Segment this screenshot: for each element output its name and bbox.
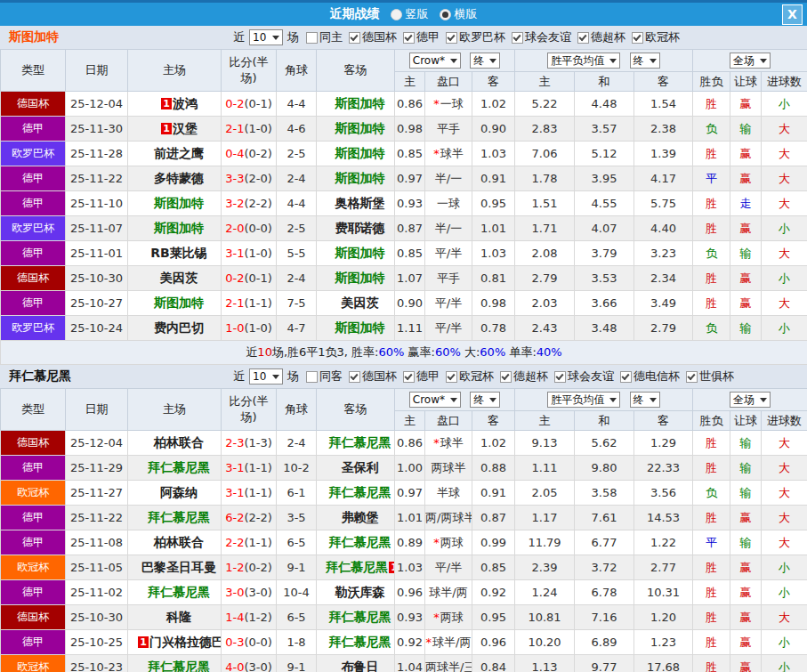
league-checkbox[interactable] <box>500 371 512 383</box>
avg-odds-select[interactable]: 胜平负均值 <box>547 53 620 69</box>
league-checkbox[interactable] <box>632 32 643 44</box>
league-label[interactable]: 德电信杯 <box>633 368 680 385</box>
halftime-score: (1-3) <box>244 436 271 449</box>
star-icon: * <box>426 636 432 649</box>
league-label[interactable]: 德超杯 <box>591 29 625 45</box>
away-odds-cell: 0.81 <box>472 266 515 291</box>
lose-odds-cell: 3.49 <box>634 291 693 316</box>
away-team-cell: 费耶诺德 <box>317 216 395 241</box>
close-icon[interactable]: X <box>782 4 803 25</box>
league-checkbox[interactable] <box>349 32 360 44</box>
handicap-cell: *球半 <box>425 142 472 166</box>
summary-text: 赢率: <box>404 345 435 359</box>
lose-odds-cell: 22.33 <box>634 456 693 481</box>
odds-time-select[interactable]: 终 <box>470 53 500 69</box>
home-team-cell: 阿森纳 <box>128 481 222 506</box>
match-count-select[interactable]: 10 <box>249 29 283 45</box>
league-checkbox[interactable] <box>620 371 632 383</box>
scope-select[interactable]: 全场 <box>730 53 771 69</box>
scope-select[interactable]: 全场 <box>730 392 771 408</box>
lose-odds-cell: 2.79 <box>634 316 693 341</box>
result-wl-cell: 胜 <box>693 506 730 530</box>
league-checkbox[interactable] <box>403 371 415 383</box>
league-checkbox[interactable] <box>512 32 523 44</box>
away-team-cell: 拜仁慕尼黑 <box>317 481 395 506</box>
team-label: 斯图加特 <box>335 171 385 185</box>
handicap-cell: *两球 <box>425 530 472 555</box>
home-odds-cell: 1.11 <box>395 316 425 341</box>
halftime-score: (1-0) <box>244 247 271 260</box>
home-odds-cell: 1.03 <box>395 555 425 580</box>
league-label[interactable]: 世俱杯 <box>699 368 734 385</box>
lose-odds-cell: 1.29 <box>634 431 693 456</box>
team-label: 斯图加特 <box>335 96 385 110</box>
league-label[interactable]: 德超杯 <box>513 368 548 385</box>
filter-bar: 拜仁慕尼黑 近 10 场 同客 德国杯德甲欧冠杯德超杯球会友谊德电信杯世俱杯 <box>0 365 807 388</box>
horizontal-radio-icon[interactable] <box>440 9 451 20</box>
horizontal-radio-label[interactable]: 横版 <box>455 6 478 22</box>
team-label: 弗赖堡 <box>342 510 379 524</box>
lose-odds-cell: 1.22 <box>634 530 693 555</box>
draw-odds-cell: 6.78 <box>575 580 634 605</box>
col-header: 主 <box>515 411 575 431</box>
league-label[interactable]: 欧罗巴杯 <box>459 29 505 45</box>
result-wl-cell: 胜 <box>693 142 730 166</box>
team-label: 柏林联合 <box>154 435 204 449</box>
team-label: 拜仁慕尼黑 <box>148 460 210 474</box>
col-header: 进球数 <box>762 72 807 92</box>
title-bar: 近期战绩 竖版 横版 X <box>0 0 807 26</box>
team-label: 拜仁慕尼黑 <box>148 585 210 599</box>
same-home-label[interactable]: 同主 <box>319 29 343 45</box>
handicap-cell: *球半 <box>425 431 472 456</box>
match-date-cell: 25-11-22 <box>66 506 128 530</box>
same-away-checkbox[interactable] <box>306 371 318 383</box>
league-checkbox[interactable] <box>446 32 457 44</box>
league-type-cell: 德甲 <box>1 580 66 605</box>
league-checkbox[interactable] <box>349 371 360 383</box>
league-label[interactable]: 德甲 <box>416 368 440 385</box>
league-label[interactable]: 欧冠杯 <box>459 368 494 385</box>
match-date-cell: 25-11-28 <box>66 142 128 166</box>
league-checkbox[interactable] <box>686 371 698 383</box>
same-home-checkbox[interactable] <box>306 32 318 44</box>
chevron-down-icon <box>650 398 657 402</box>
team-label: 斯图加特 <box>154 296 204 310</box>
col-header: 客场 <box>317 389 395 431</box>
league-checkbox[interactable] <box>577 32 589 44</box>
away-team-cell: 美因茨 <box>317 291 395 316</box>
league-type-cell: 欧罗巴杯 <box>1 316 66 341</box>
win-odds-cell: 2.05 <box>515 481 575 506</box>
same-away-label[interactable]: 同客 <box>319 368 343 385</box>
avg-time-select[interactable]: 终 <box>630 53 660 69</box>
avg-time-select[interactable]: 终 <box>630 392 660 408</box>
match-row: 德国杯25-10-30科隆1-4(1-2)6-5拜仁慕尼黑0.93*两球0.95… <box>1 605 807 630</box>
league-checkbox[interactable] <box>446 371 457 383</box>
handicap-cell: 平/半 <box>425 241 472 266</box>
handicap-cell: 平/半 <box>425 291 472 316</box>
league-label[interactable]: 德甲 <box>416 29 440 45</box>
fulltime-score: 3-3 <box>225 172 244 185</box>
home-odds-cell: 0.93 <box>395 191 425 216</box>
league-label[interactable]: 球会友谊 <box>568 368 614 385</box>
odds-company-select[interactable]: Crow* <box>409 392 461 408</box>
match-count-select[interactable]: 10 <box>249 368 283 385</box>
score-cell: 3-3(2-0) <box>222 166 277 191</box>
vertical-radio-label[interactable]: 竖版 <box>406 6 429 22</box>
league-checkbox[interactable] <box>403 32 415 44</box>
odds-company-select[interactable]: Crow* <box>409 53 461 69</box>
vertical-radio-icon[interactable] <box>391 9 402 20</box>
league-checkbox[interactable] <box>554 371 566 383</box>
league-label[interactable]: 球会友谊 <box>525 29 571 45</box>
result-handicap-cell: 赢 <box>730 655 762 672</box>
summary-text: 近 <box>246 345 257 359</box>
handicap-cell: *球半/两 <box>425 630 472 655</box>
result-wl-cell: 负 <box>693 316 730 341</box>
away-team-cell: 拜仁慕尼黑 <box>317 605 395 630</box>
league-label[interactable]: 欧冠杯 <box>645 29 680 45</box>
result-wl-cell: 胜 <box>693 655 730 672</box>
league-label[interactable]: 德国杯 <box>362 29 397 45</box>
avg-odds-select[interactable]: 胜平负均值 <box>547 392 620 408</box>
result-goals-cell: 大 <box>762 291 807 316</box>
odds-time-select[interactable]: 终 <box>470 392 500 408</box>
league-label[interactable]: 德国杯 <box>362 368 397 385</box>
